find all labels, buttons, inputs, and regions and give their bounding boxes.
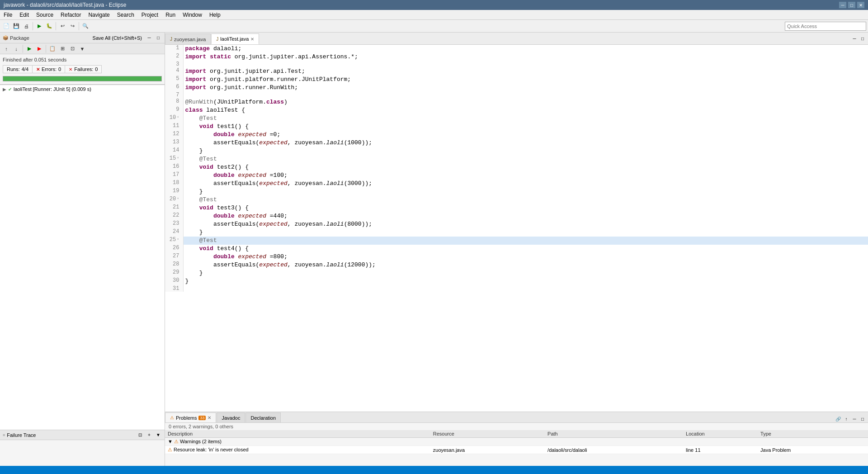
problems-table-container[interactable]: Description Resource Path Location Type … (165, 430, 868, 466)
tab-declaration-label: Declaration (250, 415, 276, 421)
code-content-5: import org.junit.platform.runner.JUnitPl… (183, 76, 868, 84)
runs-stat: Runs: 4/4 (3, 65, 32, 73)
menu-refactor[interactable]: Refactor (57, 11, 85, 19)
editor-minimize-button[interactable]: ─ (851, 35, 858, 42)
minimize-button[interactable]: ─ (839, 2, 846, 8)
test-tree[interactable]: ▶ ✔ laoliTest [Runner: JUnit 5] (0.009 s… (0, 85, 165, 430)
failure-trace-add-button[interactable]: + (146, 431, 153, 439)
redo-button[interactable]: ↪ (68, 22, 77, 31)
test-pass-icon: ✔ (8, 87, 12, 92)
menu-project[interactable]: Project (138, 11, 162, 19)
window-controls[interactable]: ─ □ ✕ (839, 2, 864, 8)
code-content-10: @Test (183, 114, 868, 123)
history-button[interactable]: 📋 (48, 44, 57, 53)
menu-bar: File Edit Source Refactor Navigate Searc… (0, 10, 868, 20)
failure-trace-options-button[interactable]: ▼ (155, 431, 162, 439)
bottom-maximize-button[interactable]: □ (859, 415, 866, 422)
line-number-20: 20° (165, 196, 183, 204)
warnings-group-header: ▼ ⚠ Warnings (2 items) (165, 438, 868, 446)
package-icon: 📦 (3, 35, 8, 40)
menu-run[interactable]: Run (162, 11, 179, 19)
bottom-tabs: ⚠ Problems 33 ✕ Javadoc Declaration 🔗 ↑ … (165, 412, 868, 423)
problems-status: 0 errors, 2 warnings, 0 others (165, 423, 868, 430)
bottom-minimize-button[interactable]: ─ (851, 415, 858, 422)
code-content-3 (183, 61, 868, 67)
expand-warnings-icon[interactable]: ▼ (168, 439, 173, 444)
rerun-failed-button[interactable]: ▶ (35, 44, 44, 53)
save-button[interactable]: 💾 (12, 22, 21, 31)
line-number-22: 22 (165, 212, 183, 220)
menu-help[interactable]: Help (206, 11, 224, 19)
tab-problems-label: Problems (176, 415, 197, 421)
code-content-23: assertEquals(expected, zuoyesan.laoli(80… (183, 220, 868, 228)
errors-label: Errors: (42, 66, 57, 72)
line-number-5: 5 (165, 76, 183, 84)
minimize-panel-button[interactable]: ─ (146, 34, 153, 42)
debug-button[interactable]: 🐛 (45, 22, 54, 31)
nav-sep-1 (23, 45, 23, 53)
finished-text: Finished after 0.051 seconds (3, 56, 162, 63)
tab-declaration[interactable]: Declaration (245, 412, 281, 422)
prev-failure-button[interactable]: ↑ (2, 44, 11, 53)
menu-window[interactable]: Window (179, 11, 206, 19)
failure-trace-compare-button[interactable]: ⊡ (137, 431, 144, 439)
bottom-link-button[interactable]: 🔗 (835, 415, 842, 422)
main-area: 📦 Package Save All (Ctrl+Shift+S) ─ □ ↑ … (0, 33, 868, 466)
new-button[interactable]: 📄 (2, 22, 11, 31)
menu-file[interactable]: File (0, 11, 16, 19)
line-number-24: 24 (165, 228, 183, 237)
run-button[interactable]: ▶ (35, 22, 44, 31)
line-number-31: 31 (165, 285, 183, 292)
problems-header-row: Description Resource Path Location Type (165, 430, 868, 438)
code-content-22: double expected =440; (183, 212, 868, 220)
code-body: 1package dalaoli;2import static org.juni… (165, 45, 868, 292)
tab-laolitest[interactable]: J laoliTest.java ✕ (211, 33, 259, 44)
code-editor[interactable]: 1package dalaoli;2import static org.juni… (165, 45, 868, 412)
code-line-row-3: 3 (165, 61, 868, 67)
tab-java-icon-2: J (216, 37, 218, 42)
close-tab-icon[interactable]: ✕ (250, 37, 254, 42)
col-location: Location (683, 430, 758, 438)
code-content-1: package dalaoli; (183, 45, 868, 53)
code-line-row-24: 24 } (165, 228, 868, 237)
tab-zuoyesan[interactable]: J zuoyesan.java (165, 33, 211, 44)
maximize-button[interactable]: □ (848, 2, 855, 8)
toolbar-separator-3 (79, 22, 79, 30)
quick-access-input[interactable] (785, 22, 866, 31)
line-number-16: 16 (165, 163, 183, 171)
code-line-row-7: 7 (165, 92, 868, 98)
problem-row-1[interactable]: ⚠ Resource leak: 'in' is never closed zu… (165, 446, 868, 454)
tab-javadoc[interactable]: Javadoc (217, 412, 245, 422)
code-line-row-10: 10° @Test (165, 114, 868, 123)
problem-resource-1: zuoyesan.java (430, 446, 545, 454)
failures-stat: ✕ Failures: 0 (65, 65, 102, 73)
problem-location-1: line 11 (683, 446, 758, 454)
maximize-panel-button[interactable]: □ (155, 34, 162, 42)
problems-close-icon[interactable]: ✕ (208, 415, 211, 420)
code-content-6: import org.junit.runner.RunWith; (183, 84, 868, 92)
rerun-button[interactable]: ▶ (25, 44, 34, 53)
menu-search[interactable]: Search (113, 11, 138, 19)
next-failure-button[interactable]: ↓ (12, 44, 21, 53)
menu-source[interactable]: Source (33, 11, 57, 19)
test-filter-button[interactable]: ⊡ (68, 44, 77, 53)
test-layout-button[interactable]: ⊞ (58, 44, 67, 53)
menu-edit[interactable]: Edit (16, 11, 33, 19)
close-button[interactable]: ✕ (857, 2, 864, 8)
problems-icon: ⚠ (170, 415, 174, 420)
tab-problems[interactable]: ⚠ Problems 33 ✕ (165, 412, 216, 422)
problem-description-1: ⚠ Resource leak: 'in' is never closed (165, 446, 430, 454)
test-tree-item[interactable]: ▶ ✔ laoliTest [Runner: JUnit 5] (0.009 s… (0, 85, 165, 93)
print-button[interactable]: 🖨 (22, 22, 31, 31)
undo-button[interactable]: ↩ (58, 22, 67, 31)
search-tb-button[interactable]: 🔍 (81, 22, 90, 31)
bottom-expand-button[interactable]: ↑ (843, 415, 850, 422)
save-all-button[interactable]: Save All (Ctrl+Shift+S) (91, 34, 144, 42)
editor-maximize-button[interactable]: □ (859, 35, 866, 42)
tab-zuoyesan-label: zuoyesan.java (174, 37, 206, 42)
test-menu-button[interactable]: ▼ (78, 44, 87, 53)
toolbar-separator-1 (33, 22, 33, 30)
code-content-29: } (183, 269, 868, 277)
menu-navigate[interactable]: Navigate (85, 11, 113, 19)
line-number-19: 19 (165, 188, 183, 196)
